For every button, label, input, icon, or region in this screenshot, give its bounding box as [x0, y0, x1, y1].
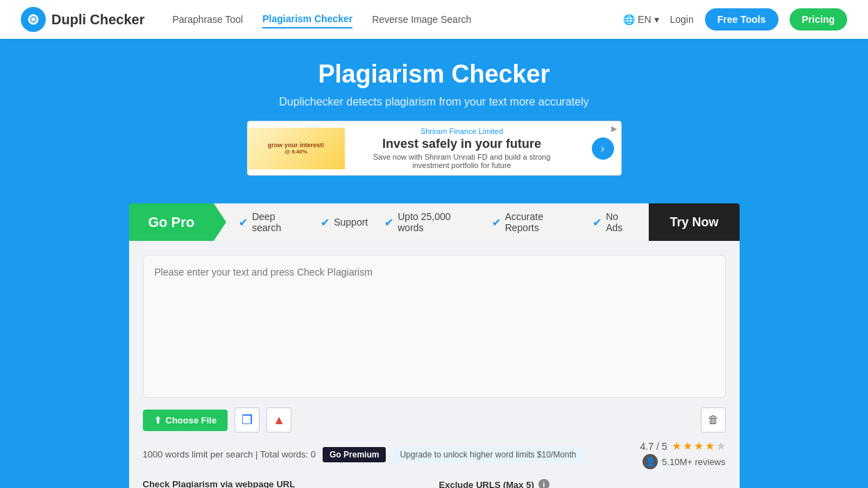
text-area-wrapper	[143, 255, 726, 398]
choose-file-label: Choose File	[166, 415, 217, 426]
url-row: Check Plagiarism via webpage URL Exclude…	[143, 479, 726, 488]
url-label-1-text: Check Plagiarism via webpage URL	[143, 479, 296, 488]
go-premium-badge[interactable]: Go Premium	[323, 447, 386, 462]
hero-section: Plagiarism Checker Duplichecker detects …	[0, 39, 868, 203]
nav-plagiarism-checker[interactable]: Plagiarism Checker	[262, 10, 352, 28]
url-group-1: Check Plagiarism via webpage URL	[143, 479, 429, 488]
url-label-2: Exclude URLS (Max 5) i	[439, 479, 726, 488]
feature-reports: ✔ Accurate Reports	[492, 211, 577, 233]
svg-point-1	[31, 17, 35, 22]
gdrive-button[interactable]: ▲	[266, 407, 291, 432]
nav-reverse-image-search[interactable]: Reverse Image Search	[372, 11, 471, 28]
free-tools-button[interactable]: Free Tools	[705, 8, 778, 31]
ad-banner: ▶ grow your interest! @ 9.40% Shriram Fi…	[247, 121, 622, 176]
feature-support: ✔ Support	[321, 216, 368, 229]
check-icon-5: ✔	[593, 216, 602, 229]
toolbar-left: ⬆ Choose File ❐ ▲	[143, 407, 292, 432]
navbar: Dupli Checker Paraphrase Tool Plagiarism…	[0, 0, 868, 39]
feature-deep-search: ✔ Deep search	[239, 211, 304, 233]
go-pro-banner: Go Pro ✔ Deep search ✔ Support ✔ Upto 25…	[129, 203, 740, 241]
chevron-down-icon: ▾	[654, 14, 659, 25]
nav-paraphrase-tool[interactable]: Paraphrase Tool	[172, 11, 243, 28]
ad-arrow-button[interactable]: ›	[592, 137, 614, 160]
nav-right: 🌐 EN ▾ Login Free Tools Pricing	[623, 8, 847, 31]
star-5: ★	[716, 439, 726, 453]
brand-logo-icon	[21, 7, 46, 32]
word-count-row: 1000 words limit per search | Total word…	[143, 439, 726, 469]
login-link[interactable]: Login	[670, 14, 694, 25]
upgrade-text: Upgrade to unlock higher word limits $10…	[393, 447, 583, 462]
dropbox-icon: ❐	[241, 412, 253, 428]
gdrive-icon: ▲	[273, 413, 285, 428]
globe-icon: 🌐	[623, 14, 635, 25]
language-selector[interactable]: 🌐 EN ▾	[623, 14, 658, 25]
check-icon-4: ✔	[492, 216, 501, 229]
star-4: ★	[705, 439, 715, 453]
stars-container: ★ ★ ★ ★ ★	[672, 439, 726, 453]
feature-reports-label: Accurate Reports	[505, 211, 577, 233]
ad-content: Shriram Finance Limited Invest safely in…	[345, 121, 592, 175]
ad-image: grow your interest! @ 9.40%	[248, 128, 345, 169]
choose-file-button[interactable]: ⬆ Choose File	[143, 410, 228, 431]
star-3: ★	[694, 439, 704, 453]
clear-button[interactable]: 🗑	[701, 407, 726, 432]
feature-no-ads: ✔ No Ads	[593, 211, 635, 233]
main-container: Go Pro ✔ Deep search ✔ Support ✔ Upto 25…	[129, 203, 740, 488]
go-pro-label: Go Pro	[129, 203, 214, 241]
star-2: ★	[683, 439, 692, 453]
dropbox-button[interactable]: ❐	[235, 407, 259, 432]
url-label-1: Check Plagiarism via webpage URL	[143, 479, 429, 488]
reviews-icon: 👤	[643, 454, 658, 469]
ad-rate: @ 9.40%	[284, 149, 307, 155]
reviews-row: 👤 5.10M+ reviews	[643, 454, 725, 469]
toolbar-row: ⬆ Choose File ❐ ▲ 🗑	[143, 407, 726, 432]
brand-logo-link[interactable]: Dupli Checker	[21, 7, 144, 32]
feature-deep-search-label: Deep search	[252, 211, 304, 233]
hero-title: Plagiarism Checker	[14, 60, 854, 89]
upload-icon: ⬆	[154, 415, 162, 426]
url-label-2-text: Exclude URLS (Max 5)	[439, 480, 534, 489]
feature-no-ads-label: No Ads	[606, 211, 635, 233]
trash-icon: 🗑	[708, 414, 719, 426]
lang-label: EN	[638, 14, 651, 25]
word-count-left: 1000 words limit per search | Total word…	[143, 447, 584, 462]
hero-subtitle: Duplichecker detects plagiarism from you…	[14, 96, 854, 108]
rating-row: 4.7 / 5 ★ ★ ★ ★ ★	[640, 439, 726, 453]
ad-company: Shriram Finance Limited	[355, 127, 570, 135]
check-icon-3: ✔	[384, 216, 393, 229]
feature-words: ✔ Upto 25,000 words	[384, 211, 475, 233]
tool-box: ⬆ Choose File ❐ ▲ 🗑 1000 words limit per…	[129, 241, 740, 488]
ad-image-text: grow your interest!	[268, 142, 325, 149]
feature-words-label: Upto 25,000 words	[398, 211, 475, 233]
brand-name: Dupli Checker	[51, 12, 144, 28]
word-count-text: 1000 words limit per search | Total word…	[143, 449, 316, 460]
reviews-count: 5.10M+ reviews	[662, 457, 725, 467]
check-icon-2: ✔	[321, 216, 330, 229]
go-pro-features: ✔ Deep search ✔ Support ✔ Upto 25,000 wo…	[214, 203, 649, 241]
pricing-button[interactable]: Pricing	[790, 8, 847, 31]
ad-close-button[interactable]: ▶	[611, 124, 617, 133]
rating-section: 4.7 / 5 ★ ★ ★ ★ ★ 👤 5.10M+ reviews	[640, 439, 726, 469]
info-icon[interactable]: i	[538, 479, 550, 488]
star-1: ★	[672, 439, 681, 453]
check-icon-1: ✔	[239, 216, 248, 229]
ad-subtext: Save now with Shriram Unnati FD and buil…	[355, 153, 570, 169]
feature-support-label: Support	[334, 217, 368, 228]
go-pro-try-button[interactable]: Try Now	[649, 203, 739, 241]
rating-value: 4.7 / 5	[640, 441, 667, 452]
nav-links: Paraphrase Tool Plagiarism Checker Rever…	[172, 10, 623, 28]
go-pro-text: Go Pro	[148, 214, 195, 230]
plagiarism-input[interactable]	[144, 255, 725, 394]
url-group-2: Exclude URLS (Max 5) i +	[439, 479, 726, 488]
ad-headline: Invest safely in your future	[355, 137, 570, 151]
